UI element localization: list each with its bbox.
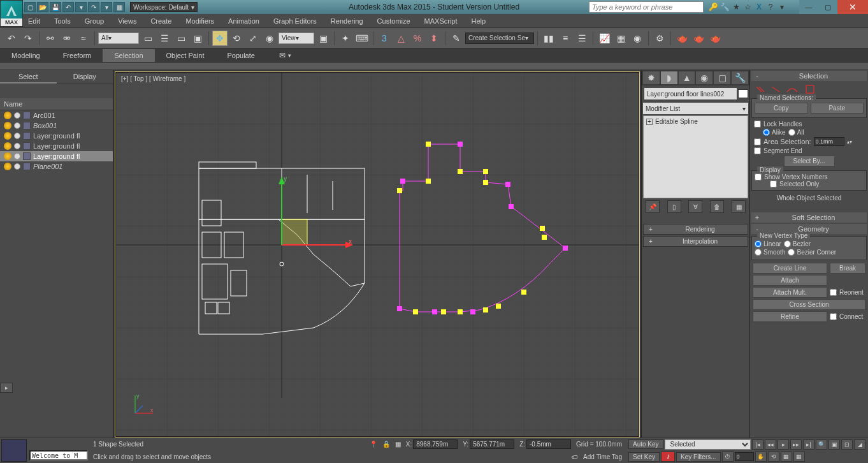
- ribbon-freeform[interactable]: Freeform: [52, 49, 103, 62]
- spinner-snap-button[interactable]: ⬍: [426, 31, 442, 46]
- select-object-button[interactable]: ▭: [140, 31, 156, 46]
- tab-motion[interactable]: ◉: [696, 71, 712, 84]
- link-button[interactable]: ⚯: [43, 31, 58, 46]
- minimize-button[interactable]: —: [799, 0, 818, 14]
- next-frame-button[interactable]: ▸▸: [790, 439, 802, 450]
- selected-only-check[interactable]: [770, 180, 777, 187]
- freeze-icon[interactable]: [14, 153, 20, 159]
- time-config-button[interactable]: ⏱: [722, 452, 734, 462]
- menu-maxscript[interactable]: MAXScript: [424, 17, 458, 25]
- close-button[interactable]: ✕: [837, 0, 868, 14]
- connect-check[interactable]: [830, 313, 837, 320]
- max-toggle-button[interactable]: ▦: [781, 452, 792, 462]
- tab-create[interactable]: ✸: [643, 71, 660, 84]
- open-icon[interactable]: 📂: [37, 2, 48, 12]
- layer-button[interactable]: ☰: [574, 31, 590, 46]
- app-logo[interactable]: MAX: [0, 0, 23, 27]
- tab-hierarchy[interactable]: ▲: [679, 71, 695, 84]
- time-tag-icon[interactable]: 🏷: [572, 453, 578, 460]
- subscription-icon[interactable]: 🔧: [719, 1, 730, 13]
- object-name-field[interactable]: Layer:ground floor lines002: [644, 88, 737, 99]
- ribbon-drop-icon[interactable]: ▾: [288, 52, 291, 59]
- visibility-icon[interactable]: [4, 132, 11, 140]
- select-by-name-button[interactable]: ☰: [157, 31, 172, 46]
- rollout-selection-header[interactable]: -Selection: [751, 71, 867, 81]
- prev-frame-button[interactable]: ◂◂: [765, 439, 776, 450]
- menu-edit[interactable]: Edit: [28, 17, 40, 25]
- viewport-top[interactable]: [+] [ Top ] [ Wireframe ]: [115, 72, 639, 437]
- favorites-icon[interactable]: ☆: [742, 1, 753, 13]
- zoom-button[interactable]: 🔍: [816, 439, 827, 450]
- ref-coord-dropdown[interactable]: View ▾: [278, 33, 314, 44]
- current-frame-input[interactable]: [735, 452, 754, 461]
- copy-button[interactable]: Copy: [755, 103, 808, 114]
- lock-handles-check[interactable]: [754, 121, 761, 128]
- use-pivot-button[interactable]: ▣: [315, 31, 331, 46]
- add-time-tag[interactable]: Add Time Tag: [583, 453, 622, 460]
- lp-header-name[interactable]: Name: [0, 98, 113, 110]
- select-by-button[interactable]: Select By...: [784, 156, 835, 166]
- menu-group[interactable]: Group: [85, 17, 105, 25]
- key-filters-button[interactable]: Key Filters...: [676, 452, 721, 462]
- smooth-radio[interactable]: [755, 249, 762, 256]
- select-move-button[interactable]: ✥: [212, 31, 228, 46]
- angle-snap-button[interactable]: △: [393, 31, 409, 46]
- undo-icon[interactable]: ↶: [62, 2, 74, 12]
- keyboard-shortcut-button[interactable]: ⌨: [354, 31, 370, 46]
- set-key-button[interactable]: Set Key: [628, 452, 660, 462]
- object-color-swatch[interactable]: [738, 89, 748, 98]
- zoom-extents-button[interactable]: ⊡: [841, 439, 853, 450]
- menu-grapheditors[interactable]: Graph Editors: [273, 17, 317, 25]
- nav-button[interactable]: ▦: [793, 452, 805, 462]
- modifier-stack[interactable]: + Editable Spline: [643, 115, 748, 198]
- visibility-icon[interactable]: [4, 112, 11, 119]
- spinner-icon[interactable]: ▴▾: [847, 139, 852, 145]
- maxscript-listener[interactable]: [29, 450, 88, 460]
- tab-display[interactable]: ▢: [714, 71, 730, 84]
- alike-radio[interactable]: [763, 129, 770, 136]
- menu-customize[interactable]: Customize: [377, 17, 410, 25]
- render-production-button[interactable]: 🫖: [691, 31, 706, 46]
- break-button[interactable]: Break: [830, 263, 865, 274]
- list-item[interactable]: Plane001: [0, 161, 113, 172]
- goto-end-button[interactable]: ▸|: [803, 439, 814, 450]
- redo-button[interactable]: ↷: [20, 31, 36, 46]
- freeze-icon[interactable]: [14, 163, 20, 170]
- left-panel-collapse[interactable]: ▸: [0, 383, 13, 393]
- create-line-button[interactable]: Create Line: [753, 263, 827, 274]
- cross-section-button[interactable]: Cross Section: [753, 299, 865, 310]
- isolate-icon[interactable]: ▦: [395, 441, 401, 448]
- coord-x[interactable]: 8968.759m: [413, 439, 458, 449]
- freeze-icon[interactable]: [14, 143, 20, 149]
- render-last-button[interactable]: 🫖: [707, 31, 723, 46]
- infocenter-icon[interactable]: 🔑: [707, 1, 719, 13]
- menu-tools[interactable]: Tools: [54, 17, 71, 25]
- refine-button[interactable]: Refine: [753, 311, 827, 322]
- search-input[interactable]: [589, 1, 704, 13]
- project-icon[interactable]: ▦: [113, 2, 125, 12]
- menu-animation[interactable]: Animation: [228, 17, 259, 25]
- menu-modifiers[interactable]: Modifiers: [185, 17, 214, 25]
- area-selection-check[interactable]: [754, 138, 761, 145]
- bezier-corner-radio[interactable]: [788, 249, 795, 256]
- visibility-icon[interactable]: [4, 152, 11, 160]
- render-frame-button[interactable]: 🫖: [674, 31, 690, 46]
- align-button[interactable]: ≡: [558, 31, 573, 46]
- redo-drop-icon[interactable]: ▾: [101, 2, 112, 12]
- list-item[interactable]: Box001: [0, 121, 113, 131]
- material-editor-button[interactable]: ◉: [630, 31, 645, 46]
- visibility-icon[interactable]: [4, 122, 11, 129]
- ribbon-modeling[interactable]: Modeling: [0, 49, 52, 62]
- make-unique-button[interactable]: ∀: [688, 200, 702, 213]
- coord-z[interactable]: -0.5mm: [526, 439, 571, 449]
- menu-help[interactable]: Help: [472, 17, 486, 25]
- visibility-icon[interactable]: [4, 142, 11, 150]
- menu-create[interactable]: Create: [150, 17, 171, 25]
- key-filter-dropdown[interactable]: Selected: [665, 439, 751, 450]
- paste-button[interactable]: Paste: [811, 103, 864, 114]
- lock-icon[interactable]: 🔒: [382, 441, 390, 448]
- viewport-thumbnail[interactable]: [1, 439, 27, 462]
- pin-icon[interactable]: 📍: [370, 441, 377, 448]
- help-icon[interactable]: ?: [765, 1, 776, 13]
- configure-button[interactable]: ▦: [732, 200, 746, 213]
